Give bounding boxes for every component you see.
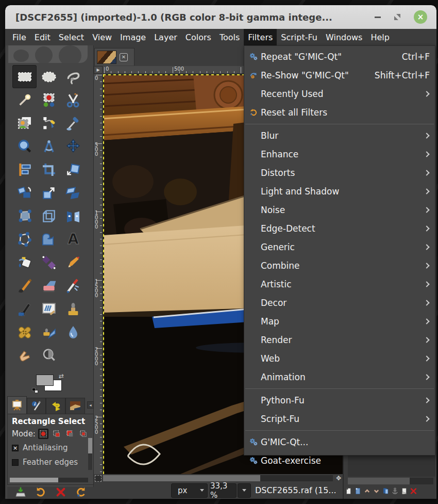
filters-menu-item-map[interactable]: Map — [244, 312, 435, 331]
flip-tool[interactable] — [61, 204, 85, 227]
shear-tool[interactable] — [61, 181, 85, 204]
undo-history-tab[interactable] — [46, 398, 65, 414]
layers-hscrollbar[interactable] — [348, 478, 433, 484]
menubar-item-file[interactable]: File — [8, 29, 30, 45]
raise-layer-button[interactable] — [363, 485, 371, 499]
scale-tool[interactable] — [37, 181, 61, 204]
filters-menu-item-web[interactable]: Web — [244, 349, 435, 368]
filters-menu-item-python-fu[interactable]: Python-Fu — [244, 391, 435, 410]
rotate-tool[interactable] — [12, 181, 37, 204]
titlebar[interactable]: [DSCF2655] (imported)-1.0 (RGB color 8-b… — [5, 5, 436, 29]
mode-add-button[interactable] — [52, 429, 62, 439]
menubar-item-colors[interactable]: Colors — [181, 29, 215, 45]
zoom-select-button[interactable] — [238, 483, 251, 498]
ink-tool[interactable] — [12, 297, 37, 320]
tool-options-hscrollbar[interactable] — [10, 478, 88, 482]
menubar-item-image[interactable]: Image — [116, 29, 150, 45]
tool-options-vscrollbar[interactable] — [88, 438, 92, 470]
scissors-select-tool[interactable] — [61, 88, 85, 111]
paintbrush-tool[interactable] — [12, 274, 37, 297]
option-feather-edges[interactable]: Feather edges — [8, 455, 93, 469]
handle-transform-tool[interactable] — [12, 204, 37, 227]
alignment-tool[interactable] — [12, 158, 37, 181]
filters-menu-item-render[interactable]: Render — [244, 331, 435, 349]
filters-menu-item-g-mic-qt[interactable]: G'MIC-Qt... — [244, 433, 435, 451]
fuzzy-select-tool[interactable] — [12, 88, 37, 111]
navigation-preview-icon[interactable]: ✥ — [334, 475, 343, 482]
filters-menu-item-enhance[interactable]: Enhance — [244, 145, 435, 164]
eraser-tool[interactable] — [37, 274, 61, 297]
perspective-clone-tool[interactable] — [37, 320, 61, 344]
canvas-hscrollbar[interactable] — [103, 475, 333, 481]
checkbox[interactable]: × — [12, 445, 19, 451]
filters-menu-item-recently-used[interactable]: Recently Used — [244, 85, 435, 103]
menubar-item-tools[interactable]: Tools — [215, 29, 244, 45]
move-tool[interactable] — [61, 135, 85, 158]
ruler-menu-button[interactable]: ▶ — [94, 66, 103, 74]
ellipse-select-tool[interactable] — [37, 65, 61, 88]
foreground-color-swatch[interactable] — [36, 375, 54, 386]
lower-layer-button[interactable] — [373, 485, 380, 499]
color-picker-tool[interactable] — [61, 111, 85, 135]
images-tab[interactable] — [65, 398, 85, 414]
menubar-item-windows[interactable]: Windows — [322, 29, 366, 45]
zoom-tool[interactable] — [12, 135, 37, 158]
default-colors-icon[interactable] — [32, 388, 38, 393]
tool-options-tab[interactable] — [7, 396, 27, 414]
mypaint-brush-tool[interactable] — [37, 297, 61, 320]
mode-replace-button[interactable] — [38, 429, 48, 439]
rectangle-select-tool[interactable] — [12, 65, 37, 88]
wilber-drag-handle[interactable] — [8, 45, 88, 63]
quick-mask-toggle[interactable] — [95, 475, 102, 482]
zoom-value[interactable]: 33,3 % — [210, 483, 237, 498]
filters-menu-item-reset-all-filters[interactable]: Reset all Filters — [244, 103, 435, 122]
foreground-select-tool[interactable] — [12, 111, 37, 135]
cage-transform-tool[interactable] — [12, 227, 37, 251]
transform-3d-tool[interactable] — [37, 204, 61, 227]
image-tab[interactable]: ✕ — [94, 48, 134, 66]
filters-menu-item-re-show-g-mic-qt[interactable]: Re-Show "G'MIC-Qt"Shift+Ctrl+F — [244, 66, 435, 85]
filters-menu-item-animation[interactable]: Animation — [244, 368, 435, 386]
mode-intersect-button[interactable] — [78, 429, 89, 439]
option-antialiasing[interactable]: ×Antialiasing — [8, 441, 93, 455]
filters-menu-item-repeat-g-mic-qt[interactable]: Repeat "G'MIC-Qt"Ctrl+F — [244, 47, 435, 66]
heal-tool[interactable] — [12, 320, 37, 344]
mode-subtract-button[interactable] — [65, 429, 75, 439]
crop-tool[interactable] — [37, 158, 61, 181]
delete-layer-button[interactable] — [410, 485, 417, 499]
measure-tool[interactable] — [37, 135, 61, 158]
filters-menu-item-artistic[interactable]: Artistic — [244, 275, 435, 294]
delete-tool-preset-button[interactable] — [55, 486, 67, 499]
new-layer-group-button[interactable] — [354, 485, 362, 499]
blur-sharpen-tool[interactable] — [61, 320, 85, 344]
select-by-color-tool[interactable] — [37, 88, 61, 111]
filters-menu-item-blur[interactable]: Blur — [244, 126, 435, 145]
filters-menu-item-decor[interactable]: Decor — [244, 294, 435, 312]
swap-colors-icon[interactable]: ⇄ — [59, 372, 64, 380]
text-tool[interactable]: A — [61, 227, 85, 251]
maximize-button[interactable] — [394, 14, 400, 20]
save-tool-preset-button[interactable] — [14, 486, 27, 499]
reset-tool-options-button[interactable] — [75, 486, 87, 499]
clone-tool[interactable] — [61, 297, 85, 320]
menubar-item-script-fu[interactable]: Script-Fu — [277, 29, 322, 45]
menubar-item-layer[interactable]: Layer — [150, 29, 181, 45]
image-tab-close-icon[interactable]: ✕ — [120, 53, 128, 61]
airbrush-tool[interactable] — [61, 274, 85, 297]
canvas-hscrollbar-thumb[interactable] — [103, 475, 260, 481]
filters-menu-item-script-fu[interactable]: Script-Fu — [244, 410, 435, 428]
new-layer-button[interactable] — [345, 485, 352, 499]
dodge-burn-tool[interactable] — [37, 344, 61, 367]
vertical-ruler[interactable]: 05 0 01 0 0 01 5 0 02 0 0 02 5 0 0 — [94, 74, 103, 474]
restore-tool-preset-button[interactable] — [35, 486, 47, 499]
merge-layer-button[interactable] — [400, 485, 408, 499]
duplicate-layer-button[interactable] — [382, 485, 390, 499]
unit-select[interactable]: px — [171, 483, 208, 498]
filters-menu-item-distorts[interactable]: Distorts — [244, 164, 435, 182]
paths-tool[interactable] — [37, 111, 61, 135]
menubar-item-filters[interactable]: Filters — [244, 29, 277, 45]
dock-tab-menu-button[interactable]: ◂ — [87, 401, 94, 409]
close-button[interactable]: × — [414, 10, 427, 24]
filters-menu-item-goat-exercise[interactable]: Goat-exercise — [244, 451, 435, 470]
menubar-item-edit[interactable]: Edit — [30, 29, 55, 45]
